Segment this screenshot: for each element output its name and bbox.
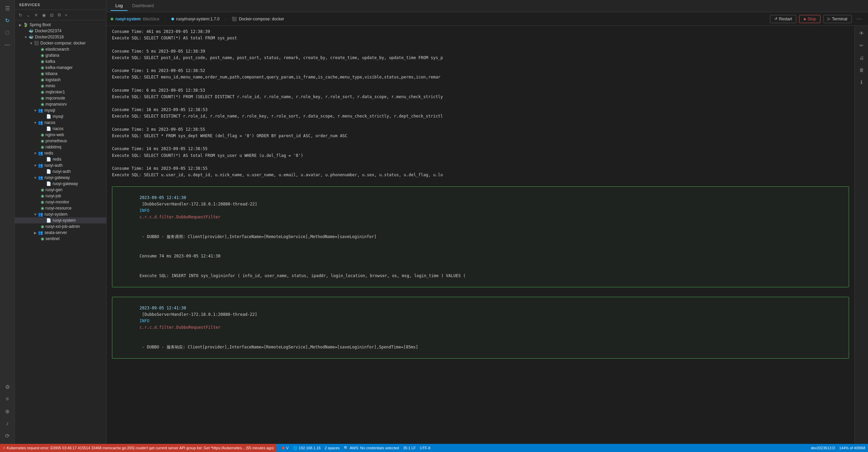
sidebar-item-nginx-web[interactable]: ◉ nginx-web [15, 132, 106, 138]
sidebar-item-mysql-group[interactable]: ▼ 👥 mysql [15, 107, 106, 113]
service-icon-redis-leaf: 📄 [46, 157, 51, 162]
right-icon-print[interactable]: 🖨 [857, 53, 866, 62]
error-dot [3, 447, 5, 449]
sidebar-item-minio[interactable]: ◉ minio [15, 83, 106, 89]
sidebar-item-ruoyi-system-group[interactable]: ▼ 👥 ruoyi-system [15, 211, 106, 217]
sidebar-item-ruoyi-auth-leaf[interactable]: 📄 ruoyi-auth [15, 168, 106, 175]
toolbar-refresh[interactable]: ↻ [17, 12, 24, 19]
tab-dashboard[interactable]: Dashboard [128, 1, 159, 11]
sidebar-item-spring-boot[interactable]: ▶ 🍃 Spring Boot [15, 22, 106, 28]
activity-icon-settings[interactable]: ⚙ [2, 381, 13, 392]
sidebar-item-redis-group[interactable]: ▼ 👥 redis [15, 150, 106, 156]
sidebar-item-prometheus[interactable]: ◉ prometheus [15, 138, 106, 144]
activity-icon-tag[interactable]: ⊕ [2, 406, 13, 417]
log-entry-8b: Execute SQL: SELECT u.user_id, u.dept_id… [112, 172, 849, 178]
sidebar-label-ruoyi-gateway-group: ruoyi-gateway [44, 175, 70, 180]
sidebar-item-elasticsearch[interactable]: ◉ elasticsearch [15, 46, 106, 52]
sidebar-label-ruoyi-gen: ruoyi-gen [45, 187, 62, 192]
status-branch: dev2023613:D [811, 446, 835, 450]
sidebar-item-docker202374[interactable]: 🐳 Docker202374 [15, 28, 106, 34]
activity-icon-1[interactable]: ☰ [2, 3, 13, 14]
sidebar-item-ruoyi-monitor[interactable]: ◉ ruoyi-monitor [15, 199, 106, 205]
sidebar-label-redis-group: redis [44, 151, 53, 156]
tab-log[interactable]: Log [111, 1, 128, 11]
sidebar-item-mqbroker1[interactable]: ◉ mqbroker1 [15, 89, 106, 95]
action-buttons: ↺ Restart ■ Stop ▷ Terminal ⋯ [770, 14, 864, 23]
sidebar-item-mysql-leaf[interactable]: 📄 mysql [15, 113, 106, 120]
right-icon-eye[interactable]: 👁 [857, 29, 866, 38]
terminal-button[interactable]: ▷ Terminal [823, 15, 852, 23]
service-icon-ruoyi-system-leaf: 📄 [46, 218, 51, 223]
activity-icon-refresh[interactable]: ↻ [2, 15, 13, 26]
left-activity-bar: ☰ ↻ □ — ⚙ ≡ ⊕ ♪ ⟳ [0, 0, 15, 444]
sidebar-label-mqbroker1: mqbroker1 [45, 90, 65, 94]
sidebar-item-ruoyi-gen[interactable]: ◉ ruoyi-gen [15, 187, 106, 193]
activity-icon-square[interactable]: □ [2, 27, 13, 38]
activity-icon-dash[interactable]: — [2, 39, 13, 50]
toolbar-add[interactable]: + [63, 12, 69, 19]
sidebar-item-ruoyi-job[interactable]: ◉ ruoyi-job [15, 193, 106, 199]
sidebar-item-grafana[interactable]: ◉ grafana [15, 52, 106, 58]
sidebar-item-ruoyi-gateway-leaf[interactable]: 📄 ruoyi-gateway [15, 181, 106, 187]
log-entry-6: Consume Time: 3 ms 2023-09-05 12:38:55 [112, 126, 849, 133]
sidebar-item-ruoyi-gateway-group[interactable]: ▼ 👥 ruoyi-gateway [15, 175, 106, 181]
sidebar-label-sentinel: sentinel [45, 236, 59, 241]
sidebar-item-redis-leaf[interactable]: 📄 redis [15, 156, 106, 162]
activity-icon-tiktok[interactable]: ♪ [2, 418, 13, 429]
tab-bar: Log Dashboard [107, 0, 868, 12]
restart-button[interactable]: ↺ Restart [770, 15, 797, 23]
sidebar-item-kafka[interactable]: ◉ kafka [15, 58, 106, 65]
sidebar-header: Services [15, 0, 106, 10]
sidebar-item-sentinel[interactable]: ◉ sentinel [15, 236, 106, 242]
log-area[interactable]: Consume Time: 461 ms 2023-09-05 12:38:39… [107, 26, 854, 444]
service-name-badge: ruoyi-system 65b153cd [111, 17, 159, 21]
service-icon-ruoyi-gen: ◉ [41, 187, 44, 192]
sidebar-item-nacos-leaf[interactable]: 📄 nacos [15, 126, 106, 132]
sidebar-label-kibana: kibana [45, 71, 57, 76]
activity-icon-sync[interactable]: ⟳ [2, 430, 13, 441]
compose-icon-badge: ⬛ [232, 17, 237, 21]
sidebar-label-seata-server-group: seata-server [44, 230, 67, 235]
sidebar-item-ruoyi-resource[interactable]: ◉ ruoyi-resource [15, 205, 106, 211]
status-search[interactable]: 🔍 AWS: No credentials selected [344, 446, 399, 450]
search-icon-status: 🔍 [344, 446, 348, 450]
right-icon-info[interactable]: ℹ [857, 77, 866, 87]
sidebar-item-nacos-group[interactable]: ▼ 👥 nacos [15, 120, 106, 126]
sidebar-label-ruoyi-auth-leaf: ruoyi-auth [53, 169, 71, 174]
sep1: ◦ [165, 17, 166, 21]
sidebar-item-logstash[interactable]: ◉ logstash [15, 77, 106, 83]
sidebar-item-docker-compose[interactable]: ▼ ⬛ Docker-compose: docker [15, 40, 106, 46]
status-error-section[interactable]: Kubernetes request error: E0905 03:46:17… [0, 444, 277, 452]
toolbar-close[interactable]: ✕ [33, 12, 40, 19]
log-class-2: c.r.c.d.filter.DubboRequestFilter [139, 325, 220, 330]
log-entry-5: Consume Time: 16 ms 2023-09-05 12:38:53 [112, 107, 849, 113]
toolbar-filter[interactable]: ⊟ [48, 12, 55, 19]
sidebar-label-spring-boot: Spring Boot [30, 22, 51, 27]
stop-button[interactable]: ■ Stop [799, 15, 820, 23]
right-icon-trash[interactable]: 🗑 [857, 65, 866, 75]
sidebar-item-mqnamesrv[interactable]: ◉ mqnamesrv [15, 101, 106, 107]
sidebar-item-ruoyi-system-leaf[interactable]: 📄 ruoyi-system [15, 217, 106, 223]
sidebar-item-ruoyi-xxl-job-admin[interactable]: ◉ ruoyi-xxl-job-admin [15, 223, 106, 230]
toolbar-preview[interactable]: ◉ [40, 12, 48, 19]
sidebar-item-kafka-manager[interactable]: ◉ kafka-manager [15, 65, 106, 71]
sidebar-item-mqconsole[interactable]: ◉ mqconsole [15, 95, 106, 101]
activity-icon-list[interactable]: ≡ [2, 394, 13, 404]
toolbar-split[interactable]: ⧉ [56, 11, 62, 19]
sidebar-label-grafana: grafana [45, 53, 59, 58]
sidebar-item-kibana[interactable]: ◉ kibana [15, 71, 106, 77]
sidebar-item-docker2023518[interactable]: ▼ 🐳 Docker2023518 [15, 34, 106, 40]
restart-icon: ↺ [774, 17, 777, 21]
sidebar-item-rabbitmq[interactable]: ◉ rabbitmq [15, 144, 106, 150]
spaces-text: 2 spaces [325, 446, 340, 450]
service-icon-ruoyi-gateway-group: 👥 [38, 175, 43, 180]
sidebar-label-rabbitmq: rabbitmq [45, 145, 61, 149]
sidebar-item-seata-server-group[interactable]: ▶ 👥 seata-server [15, 230, 106, 236]
toolbar-collapse[interactable]: ⌄ [25, 12, 32, 19]
right-icon-edit[interactable]: ✏ [857, 41, 866, 50]
sidebar-tree: ▶ 🍃 Spring Boot 🐳 Docker202374 ▼ 🐳 Docke… [15, 20, 106, 444]
sidebar-item-ruoyi-auth-group[interactable]: ▼ 👥 ruoyi-auth [15, 162, 106, 168]
sidebar-label-ruoyi-system-group: ruoyi-system [44, 212, 68, 217]
more-button[interactable]: ⋯ [854, 14, 864, 23]
log-sql-1: Execute SQL: INSERT INTO sys_logininfor … [139, 273, 466, 278]
